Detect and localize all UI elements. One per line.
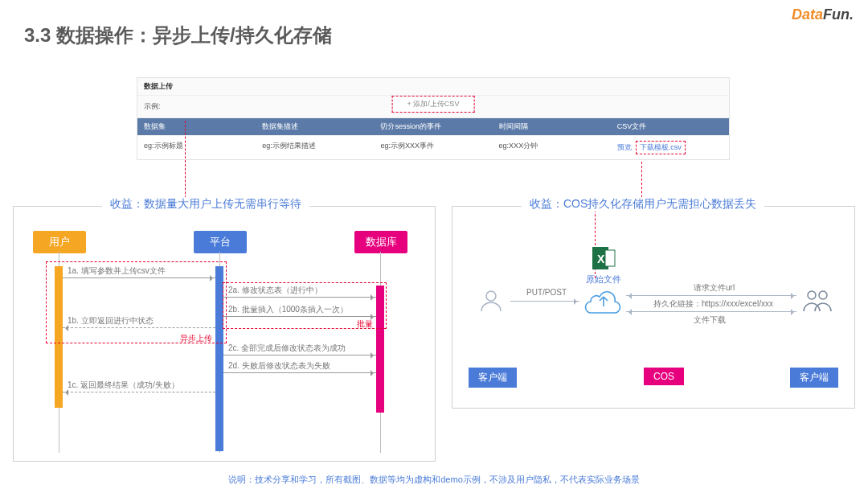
col-interval: 时间间隔 <box>493 118 611 135</box>
flow-arrow <box>626 311 796 312</box>
preview-link[interactable]: 预览 <box>617 143 632 151</box>
client-tag: 客户端 <box>790 368 838 388</box>
flow-label: 请求文件url <box>694 282 735 294</box>
actor-user: 用户 <box>33 231 86 253</box>
excel-file-icon: X 原始文件 <box>581 245 626 286</box>
table-header-row: 数据集 数据集描述 切分session的事件 时间间隔 CSV文件 <box>137 118 729 135</box>
actor-platform: 平台 <box>194 231 247 253</box>
seq-arrow: 1c. 返回最终结果（成功/失败） <box>63 392 215 392</box>
upload-table: 数据上传 示例: + 添加/上传CSV 数据集 数据集描述 切分session的… <box>137 77 730 160</box>
highlight-box-async-upload <box>46 261 227 343</box>
seq-arrow: 2d. 失败后修改状态表为失败 <box>223 372 376 373</box>
add-upload-csv-button[interactable]: + 添加/上传CSV <box>392 96 475 113</box>
flow-arrow <box>626 295 796 296</box>
table-section-title: 数据上传 <box>137 78 729 96</box>
flow-label: 持久化链接：https://xxx/excel/xxx <box>653 298 773 310</box>
people-icon <box>800 287 835 317</box>
svg-point-3 <box>486 291 496 301</box>
col-event: 切分session的事件 <box>374 118 492 135</box>
col-csv: CSV文件 <box>611 118 729 135</box>
seq-arrow: 2c. 全部完成后修改状态表为成功 <box>223 355 376 355</box>
table-row: eg:示例标题 eg:示例结果描述 eg:示例XXX事件 eg:XXX分钟 预览… <box>137 135 729 159</box>
svg-text:X: X <box>597 253 605 265</box>
disclaimer-footer: 说明：技术分享和学习，所有截图、数据等均为虚构和demo示例，不涉及用户隐私，不… <box>0 474 868 486</box>
svg-point-4 <box>808 291 816 299</box>
flow-label: PUT/POST <box>526 288 567 297</box>
slide-title: 3.3 数据操作：异步上传/持久化存储 <box>24 23 332 48</box>
benefit-panel-cos-storage: 收益：COS持久化存储用户无需担心数据丢失 X 原始文件 PUT/POST 请求… <box>452 206 855 409</box>
cloud-upload-icon <box>581 284 626 318</box>
person-icon <box>475 287 507 317</box>
actor-database: 数据库 <box>354 231 407 253</box>
svg-rect-1 <box>605 250 615 266</box>
client-tag: 客户端 <box>469 368 517 388</box>
download-template-link[interactable]: 下载模板.csv <box>636 141 686 154</box>
highlight-box-batch <box>223 282 387 329</box>
cos-tag: COS <box>644 368 684 385</box>
col-dataset: 数据集 <box>137 118 256 135</box>
flow-label: 文件下载 <box>694 314 726 326</box>
flow-arrow <box>510 301 579 302</box>
logo: DataFun. <box>792 6 854 23</box>
benefit-panel-async-upload: 收益：数据量大用户上传无需串行等待 用户 平台 数据库 1a. 填写参数并上传c… <box>13 206 436 462</box>
svg-point-5 <box>819 291 827 299</box>
connector-dashed <box>185 121 186 206</box>
col-desc: 数据集描述 <box>256 118 374 135</box>
